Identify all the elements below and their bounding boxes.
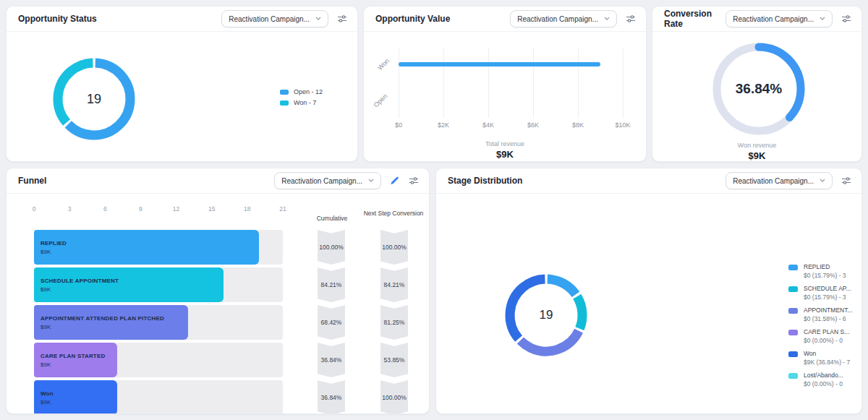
won-value-bar [399, 62, 600, 67]
chart-options-button[interactable] [624, 12, 637, 25]
card-controls: Reactivation Campaign... [221, 10, 349, 27]
chevron-down-icon [368, 179, 374, 183]
dashboard: Opportunity Status Reactivation Campaign… [0, 0, 868, 420]
campaign-filter-select[interactable]: Reactivation Campaign... [221, 10, 328, 27]
sliders-icon [841, 176, 851, 186]
legend-text: REPLIED$0 (15.79%) - 3 [804, 263, 846, 279]
conversion-gauge-chart [708, 38, 809, 140]
sliders-icon [626, 14, 636, 24]
legend-item: REPLIED$0 (15.79%) - 3 [788, 263, 853, 279]
legend-text: SCHEDULE AP...$0 (15.79%) - 3 [804, 285, 851, 301]
legend-text: Won$9K (36.84%) - 7 [804, 350, 850, 366]
chart-options-button[interactable] [840, 174, 853, 187]
y-axis-label-won: Won [376, 57, 391, 72]
campaign-filter-value: Reactivation Campaign... [281, 177, 362, 185]
cumulative-cell: 68.42% [318, 305, 345, 340]
campaign-filter-value: Reactivation Campaign... [733, 177, 814, 185]
gridline [488, 48, 489, 118]
x-axis-tick: $10K [615, 121, 630, 129]
card-conversion-rate: Conversion Rate Reactivation Campaign...… [652, 6, 862, 162]
funnel-axis-tick: 21 [279, 205, 286, 213]
campaign-filter-value: Reactivation Campaign... [517, 15, 598, 23]
card-controls: Reactivation Campaign... [274, 172, 420, 189]
campaign-filter-select[interactable]: Reactivation Campaign... [726, 10, 833, 27]
chevron-down-icon [604, 17, 610, 21]
x-axis-tick: $8K [572, 121, 584, 129]
next-step-cell: 81.25% [380, 305, 408, 340]
funnel-row: REPLIED$9K [34, 230, 283, 265]
card-title: Conversion Rate [664, 9, 726, 29]
funnel-stage-amount: $9K [41, 249, 259, 255]
legend-swatch [788, 286, 798, 292]
chevron-down-icon [820, 17, 825, 21]
legend-label: CARE PLAN S... [804, 328, 849, 335]
card-title: Stage Distribution [448, 176, 522, 186]
x-axis-tick: $6K [527, 121, 539, 129]
card-funnel: Funnel Reactivation Campaign... 03691215… [6, 168, 430, 414]
campaign-filter-select[interactable]: Reactivation Campaign... [274, 172, 381, 189]
card-title: Opportunity Status [18, 14, 97, 24]
stage-distribution-chart: 19 REPLIED$0 (15.79%) - 3SCHEDULE AP...$… [436, 194, 861, 413]
cumulative-cell: 36.84% [318, 343, 345, 377]
won-revenue-value: $9K [652, 150, 861, 161]
legend-text: CARE PLAN S...$0 (0.00%) - 0 [804, 328, 849, 344]
funnel-stage-amount: $9K [41, 324, 188, 330]
x-axis-tick: $2K [438, 121, 449, 129]
funnel-stage-label: Won [41, 390, 117, 397]
chart-options-button[interactable] [336, 12, 349, 25]
funnel-row: Won$9K [34, 380, 283, 414]
legend-label: Won [804, 350, 850, 357]
cumulative-cell: 84.21% [318, 267, 345, 302]
legend-text: APPOINTMENT...$0 (31.58%) - 6 [804, 307, 853, 322]
funnel-bar: REPLIED$9K [34, 230, 259, 265]
funnel-axis-tick: 18 [244, 205, 250, 213]
legend-swatch [280, 100, 289, 106]
card-title: Funnel [18, 176, 46, 186]
funnel-axis-tick: 0 [33, 205, 36, 213]
next-step-cell: 84.21% [380, 267, 408, 302]
chart-options-button[interactable] [407, 174, 420, 187]
funnel-stage-amount: $9K [41, 399, 117, 406]
card-header: Opportunity Status Reactivation Campaign… [7, 7, 357, 32]
legend-item: Open - 12 [280, 88, 323, 95]
funnel-axis-tick: 15 [208, 205, 215, 213]
legend-swatch [280, 90, 289, 95]
gridline [443, 48, 444, 118]
card-header: Stage Distribution Reactivation Campaign… [436, 168, 861, 194]
funnel-axis-tick: 12 [173, 205, 179, 213]
card-header: Funnel Reactivation Campaign... [7, 168, 429, 194]
edit-funnel-button[interactable] [388, 175, 400, 187]
top-row: Opportunity Status Reactivation Campaign… [6, 6, 862, 162]
chevron-down-icon [820, 179, 825, 183]
card-opportunity-value: Opportunity Value Reactivation Campaign.… [363, 6, 647, 162]
funnel-chart: 036912151821 REPLIED$9KSCHEDULE APPOINTM… [7, 194, 429, 413]
legend-detail: $0 (15.79%) - 3 [804, 293, 851, 301]
chart-options-button[interactable] [840, 12, 853, 25]
status-donut-chart [48, 53, 140, 145]
campaign-filter-select[interactable]: Reactivation Campaign... [510, 10, 617, 27]
sliders-icon [841, 14, 851, 24]
gridline [623, 48, 624, 118]
card-stage-distribution: Stage Distribution Reactivation Campaign… [435, 168, 862, 414]
legend-label: Lost/Abando... [804, 372, 843, 379]
funnel-axis-tick: 3 [68, 205, 72, 213]
funnel-stage-amount: $9K [41, 361, 117, 368]
legend-swatch [788, 308, 798, 314]
card-controls: Reactivation Campaign... [510, 10, 637, 27]
legend-item: APPOINTMENT...$0 (31.58%) - 6 [788, 307, 853, 322]
funnel-row: APPOINTMENT ATTENDED PLAN PITCHED$9K [34, 305, 283, 340]
legend-item: Won - 7 [280, 99, 323, 106]
status-legend: Open - 12Won - 7 [280, 88, 323, 106]
funnel-bar: CARE PLAN STARTED$9K [34, 343, 117, 377]
gridline [533, 48, 534, 118]
legend-swatch [788, 265, 798, 270]
funnel-row: CARE PLAN STARTED$9K [34, 343, 283, 377]
campaign-filter-value: Reactivation Campaign... [733, 15, 814, 23]
card-header: Opportunity Value Reactivation Campaign.… [364, 7, 646, 32]
campaign-filter-select[interactable]: Reactivation Campaign... [726, 172, 833, 189]
card-header: Conversion Rate Reactivation Campaign... [652, 7, 861, 32]
x-axis-tick: $0 [395, 121, 402, 129]
funnel-stage-label: CARE PLAN STARTED [41, 353, 117, 359]
funnel-bars: REPLIED$9KSCHEDULE APPOINTMENT$9KAPPOINT… [34, 230, 283, 414]
opportunity-status-chart: 19 Open - 12Won - 7 [7, 32, 357, 161]
